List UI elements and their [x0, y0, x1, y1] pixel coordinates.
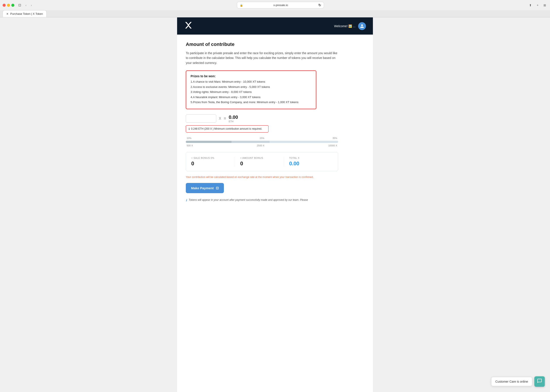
result-value: 0.00 [229, 114, 238, 120]
section-description: To participate in the private presale an… [186, 51, 338, 65]
footer-note: ℹ Tokens will appear in your account aft… [186, 198, 338, 202]
new-tab-button[interactable]: ＋ [535, 2, 540, 8]
prizes-title: Prizes to be won: [190, 74, 311, 78]
result-currency: ETH [229, 120, 238, 123]
amount-bonus-value: 0 [240, 161, 284, 167]
list-item: 5.Prizes from Tesla, the Boring Company,… [190, 100, 311, 105]
address-bar[interactable]: 🔒 x-presale.io ↻ [237, 2, 324, 8]
avatar-icon [360, 24, 364, 28]
welcome-text: Welcome! 🖼️ ... [334, 24, 355, 28]
progress-segment-1 [186, 141, 232, 143]
progress-bottom-label-3: 10000 X [328, 144, 337, 147]
share-button[interactable]: ⬆ [528, 3, 533, 8]
prizes-list: 1.A chance to visit Mars: Minimum entry … [190, 80, 311, 105]
tab-bar: ✕ Purchase Token | X Token [0, 10, 550, 17]
amount-bonus-section: + AMOUNT BONUS 0 [235, 157, 284, 167]
total-section: TOTAL X 0.00 [284, 157, 333, 167]
traffic-lights [3, 4, 14, 7]
customer-care-bubble: Customer Care is online [491, 377, 532, 386]
calc-result: 0.00 ETH [229, 114, 238, 123]
list-item: 2.Access to exclusive events: Minimum en… [190, 85, 311, 89]
main-section: Amount of contribute To participate in t… [177, 35, 373, 392]
list-item: 4.A Neuralink implant: Minimum entry - 3… [190, 95, 311, 99]
footer-note-icon: ℹ [186, 199, 187, 202]
close-button[interactable] [3, 4, 6, 7]
chat-icon [537, 378, 542, 385]
progress-segment-2 [232, 141, 269, 143]
progress-track [186, 141, 338, 143]
total-label: TOTAL X [289, 157, 333, 159]
sale-bonus-section: + SALE BONUS 0% 0 [191, 157, 235, 167]
x-logo-svg [184, 21, 193, 30]
grid-button[interactable]: ⊞ [542, 3, 547, 8]
make-payment-button[interactable]: Make Payment ⊡ [186, 183, 224, 193]
progress-segment-3 [269, 141, 338, 143]
progress-label-1: 10% [187, 137, 191, 140]
payment-btn-label: Make Payment [191, 186, 214, 190]
browser-toolbar: ⊡ ‹ › 🔒 x-presale.io ↻ ⬆ ＋ ⊞ [0, 0, 550, 10]
customer-care-widget: Customer Care is online [491, 376, 545, 387]
error-message: ℹ 0.248 ETH (200 X ) Minimum contributio… [186, 125, 268, 133]
error-text: 0.248 ETH (200 X ) Minimum contribution … [191, 127, 262, 130]
page-content: Welcome! 🖼️ ... Amount of contribute To … [177, 17, 373, 392]
browser-actions: ⬆ ＋ ⊞ [528, 2, 547, 8]
address-bar-container: 🔒 x-presale.io ↻ [35, 2, 526, 8]
total-value: 0.00 [289, 161, 333, 167]
page-title: Amount of contribute [186, 42, 364, 47]
amount-bonus-label: + AMOUNT BONUS [240, 157, 284, 159]
calculator-row: X = 0.00 ETH [186, 114, 284, 123]
payment-btn-icon: ⊡ [216, 186, 219, 190]
list-item: 3.Voting rights: Minimum entry - 8,000 X… [190, 90, 311, 94]
sidebar-toggle[interactable]: ⊡ [17, 2, 22, 8]
site-logo[interactable] [184, 21, 193, 31]
amount-input[interactable] [186, 114, 216, 123]
lock-icon: 🔒 [240, 4, 243, 7]
customer-care-button[interactable] [534, 376, 545, 387]
info-icon: ℹ [189, 127, 190, 131]
minimize-button[interactable] [7, 4, 10, 7]
chat-bubble-icon [537, 378, 542, 384]
header-right: Welcome! 🖼️ ... [334, 22, 366, 30]
progress-bottom-label-1: 500 X [187, 144, 193, 147]
progress-labels-top: 10% 15% 35% [186, 137, 338, 140]
maximize-button[interactable] [11, 4, 14, 7]
browser-chrome: ⊡ ‹ › 🔒 x-presale.io ↻ ⬆ ＋ ⊞ ✕ Purchase … [0, 0, 550, 17]
page-wrapper: Welcome! 🖼️ ... Amount of contribute To … [0, 17, 550, 392]
tab-label: Purchase Token | X Token [10, 12, 43, 15]
prizes-box: Prizes to be won: 1.A chance to visit Ma… [186, 70, 316, 109]
progress-labels-bottom: 500 X 2500 X 10000 X [186, 144, 338, 147]
back-button[interactable]: ‹ [24, 3, 28, 8]
url-text: x-presale.io [244, 3, 317, 7]
browser-tab[interactable]: ✕ Purchase Token | X Token [3, 10, 47, 17]
bonus-box: + SALE BONUS 0% 0 + AMOUNT BONUS 0 TOTAL… [186, 152, 338, 171]
tab-favicon: ✕ [6, 12, 8, 15]
user-avatar[interactable] [358, 22, 366, 30]
equals-label: = [224, 116, 226, 121]
sale-bonus-value: 0 [191, 161, 235, 167]
progress-area: 10% 15% 35% 500 X 2500 X 10000 X [186, 137, 338, 147]
multiplier-label: X [219, 117, 221, 120]
reload-icon[interactable]: ↻ [318, 3, 321, 7]
sale-bonus-label: + SALE BONUS 0% [191, 157, 235, 159]
site-header: Welcome! 🖼️ ... [177, 17, 373, 35]
forward-button[interactable]: › [30, 3, 33, 8]
list-item: 1.A chance to visit Mars: Minimum entry … [190, 80, 311, 84]
disclaimer-text: Your contribution will be calculated bas… [186, 175, 338, 179]
footer-note-text: Tokens will appear in your account after… [189, 198, 308, 202]
customer-care-label: Customer Care is online [495, 380, 528, 383]
progress-label-3: 35% [332, 137, 337, 140]
progress-bottom-label-2: 2500 X [257, 144, 264, 147]
progress-label-2: 15% [260, 137, 264, 140]
